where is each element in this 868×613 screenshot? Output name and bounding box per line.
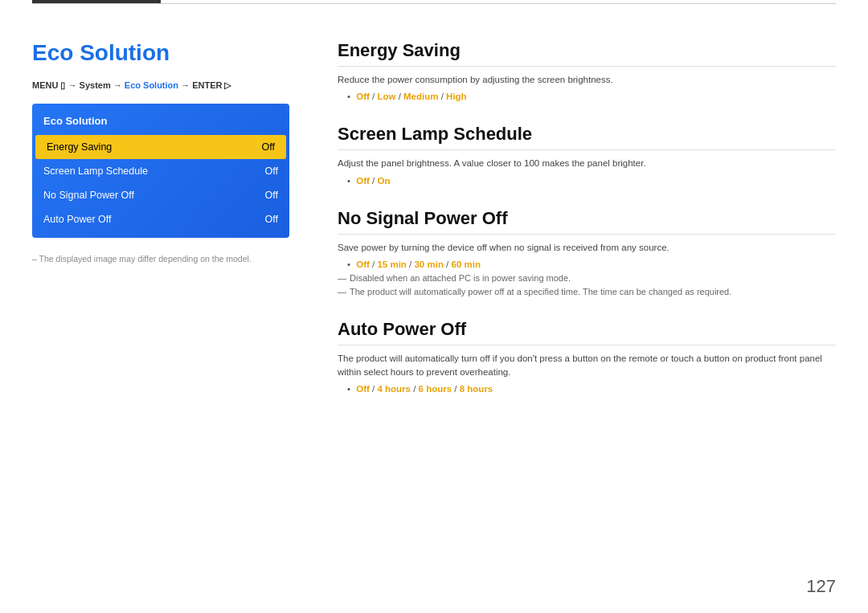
menu-item-screen-lamp[interactable]: Screen Lamp Schedule Off xyxy=(32,159,289,183)
section-screen-lamp: Screen Lamp Schedule Adjust the panel br… xyxy=(338,124,836,185)
menu-item-auto-power-label: Auto Power Off xyxy=(43,214,112,225)
menu-path-highlight: Eco Solution xyxy=(125,80,178,90)
right-panel: Energy Saving Reduce the power consumpti… xyxy=(338,40,836,416)
option-6hours: 6 hours xyxy=(419,384,452,394)
section-title-auto-power: Auto Power Off xyxy=(338,319,836,345)
option-4hours: 4 hours xyxy=(377,384,411,394)
option-15min: 15 min xyxy=(377,260,406,269)
section-desc-auto-power: The product will automatically turn off … xyxy=(338,352,836,380)
left-panel: Eco Solution MENU ▯ → System → Eco Solut… xyxy=(32,24,289,264)
bullet-icon: • xyxy=(347,176,350,186)
menu-item-energy-saving-value: Off xyxy=(262,141,275,153)
menu-box-title: Eco Solution xyxy=(32,110,289,135)
section-options-energy-saving: • Off / Low / Medium / High xyxy=(347,92,836,101)
menu-item-auto-power[interactable]: Auto Power Off Off xyxy=(32,207,289,231)
bullet-icon: • xyxy=(347,384,350,394)
section-title-energy-saving: Energy Saving xyxy=(338,40,836,67)
option-off-lamp: Off xyxy=(356,176,370,186)
option-30min: 30 min xyxy=(414,260,443,269)
page-number: 127 xyxy=(806,576,836,597)
menu-item-no-signal-value: Off xyxy=(265,190,278,201)
section-title-no-signal: No Signal Power Off xyxy=(338,208,836,235)
section-options-screen-lamp: • Off / On xyxy=(347,176,836,186)
option-on-lamp: On xyxy=(377,176,390,186)
section-title-screen-lamp: Screen Lamp Schedule xyxy=(338,124,836,150)
section-options-no-signal: • Off / 15 min / 30 min / 60 min xyxy=(347,260,836,269)
option-medium: Medium xyxy=(403,92,438,101)
note-auto-poweroff: The product will automatically power off… xyxy=(338,287,836,296)
bottom-note: – The displayed image may differ dependi… xyxy=(32,254,289,264)
option-off-signal: Off xyxy=(356,260,370,269)
menu-item-no-signal[interactable]: No Signal Power Off Off xyxy=(32,183,289,207)
menu-box: Eco Solution Energy Saving Off Screen La… xyxy=(32,104,289,238)
option-8hours: 8 hours xyxy=(460,384,493,394)
section-auto-power: Auto Power Off The product will automati… xyxy=(338,319,836,394)
menu-item-no-signal-label: No Signal Power Off xyxy=(43,190,134,201)
section-no-signal: No Signal Power Off Save power by turnin… xyxy=(338,208,836,296)
menu-item-energy-saving[interactable]: Energy Saving Off xyxy=(35,135,286,159)
section-options-auto-power: • Off / 4 hours / 6 hours / 8 hours xyxy=(347,384,836,394)
section-desc-screen-lamp: Adjust the panel brightness. A value clo… xyxy=(338,157,836,170)
option-high: High xyxy=(446,92,467,101)
menu-path: MENU ▯ → System → Eco Solution → ENTER ▷ xyxy=(32,80,289,91)
top-decorative-lines xyxy=(0,0,868,6)
menu-item-screen-lamp-value: Off xyxy=(265,166,278,177)
option-60min: 60 min xyxy=(452,260,481,269)
option-low: Low xyxy=(377,92,395,101)
section-energy-saving: Energy Saving Reduce the power consumpti… xyxy=(338,40,836,101)
option-off-auto: Off xyxy=(356,384,370,394)
bullet-icon: • xyxy=(347,260,350,269)
section-desc-no-signal: Save power by turning the device off whe… xyxy=(338,241,836,255)
bullet-icon: • xyxy=(347,92,350,101)
menu-item-screen-lamp-label: Screen Lamp Schedule xyxy=(43,166,148,177)
option-off-energy: Off xyxy=(356,92,370,101)
menu-item-auto-power-value: Off xyxy=(265,214,278,225)
page-title: Eco Solution xyxy=(32,40,289,66)
section-desc-energy-saving: Reduce the power consumption by adjustin… xyxy=(338,73,836,87)
note-disabled-pc: Disabled when an attached PC is in power… xyxy=(338,273,836,283)
top-line-light xyxy=(32,3,836,4)
menu-item-energy-saving-label: Energy Saving xyxy=(47,141,112,153)
